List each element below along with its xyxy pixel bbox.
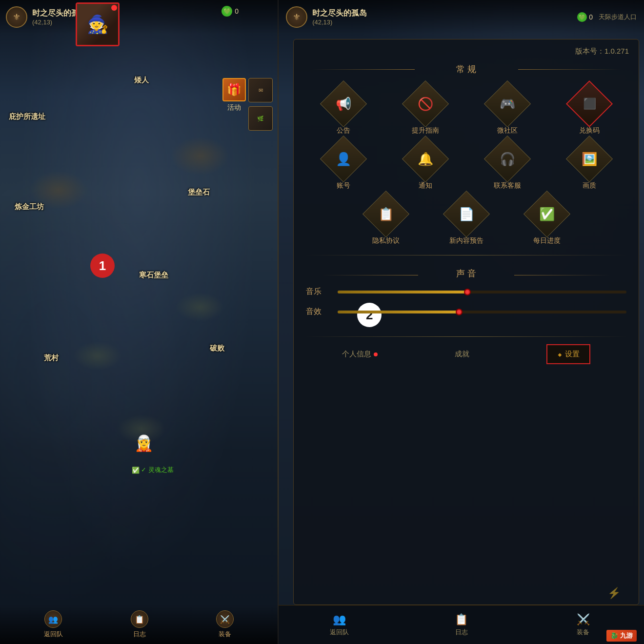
redeem-icon-box: ⬛	[565, 80, 612, 127]
music-fill	[338, 291, 467, 293]
bottom-tab-return[interactable]: 👥 返回队	[279, 605, 401, 644]
settings-preview[interactable]: 📄 新内容预告	[430, 197, 503, 245]
nav-equip-left[interactable]: ⚔️ 装备	[216, 610, 234, 639]
effect-fill	[338, 311, 459, 313]
location-cold-fortress: 寒石堡垒	[139, 271, 168, 280]
location-info-right: ⚜ 时之尽头的孤岛 (42,13)	[286, 6, 570, 28]
support-icon-box: 🎧	[483, 136, 530, 182]
settings-support[interactable]: 🎧 联系客服	[470, 142, 544, 190]
guide-icon: 🚫	[418, 97, 433, 112]
bottom-tab-log-label: 日志	[455, 628, 468, 637]
right-currency: 💚 0 天际步道人口	[577, 12, 637, 22]
notify-label: 通知	[419, 181, 432, 190]
activity-button[interactable]: 🎁 活动	[222, 78, 246, 112]
redeem-label: 兑换码	[579, 126, 600, 135]
left-panel: ⚜ 时之尽头的孤岛 (42,13) 🧙 💚 0 庇护所遗址 炼金工坊 堡垒石 寒…	[0, 0, 278, 644]
effect-slider-row: 音效	[306, 307, 626, 317]
settings-daily[interactable]: ✅ 每日进度	[510, 197, 584, 245]
settings-redeem[interactable]: ⬛ 兑换码	[552, 87, 626, 135]
settings-quality[interactable]: 🖼️ 画质	[552, 142, 626, 190]
music-thumb[interactable]	[464, 289, 471, 295]
settings-community[interactable]: 🎮 微社区	[470, 87, 544, 135]
redeem-icon: ⬛	[583, 98, 596, 110]
avatar-notification-dot	[111, 5, 117, 11]
announcement-label: 公告	[337, 126, 350, 135]
step-marker-1: 1	[90, 254, 115, 278]
sound-section: 声 音 音乐 音效	[294, 258, 639, 334]
quest-checkmark: ✅	[132, 467, 140, 474]
privacy-label: 隐私协议	[372, 236, 400, 245]
effect-thumb[interactable]	[456, 309, 463, 315]
settings-tab-label: 设置	[565, 350, 580, 359]
side-btn-1[interactable]: ✉	[248, 78, 273, 102]
effect-label: 音效	[306, 307, 330, 317]
section-divider-bottom	[303, 336, 629, 337]
music-slider[interactable]	[338, 291, 626, 293]
privacy-icon-box: 📋	[362, 191, 409, 237]
quest-marker: ✅ ✓ 灵魂之墓	[132, 466, 174, 474]
gem-currency: 💚 0	[221, 6, 239, 17]
guide-label: 提升指南	[412, 126, 439, 135]
community-icon: 🎮	[500, 97, 515, 112]
achievement-tab[interactable]: 成就	[455, 350, 469, 359]
settings-tab-deco: ⬥	[557, 349, 563, 359]
bottom-tab-log-icon: 📋	[455, 613, 468, 626]
community-label: 微社区	[497, 126, 518, 135]
location-dwarf: 矮人	[134, 76, 149, 85]
support-label: 联系客服	[494, 181, 521, 190]
right-gem-display: 💚 0	[577, 12, 593, 22]
nav-log-label: 日志	[133, 630, 146, 639]
bottom-nav-tabs: 👥 返回队 📋 日志 ⚔️ 装备	[279, 605, 644, 644]
player-character: 🧝	[134, 434, 154, 452]
location-icon-left: ⚜	[6, 6, 27, 28]
side-btn-2-icon: 🌿	[257, 116, 264, 122]
quality-icon-box: 🖼️	[565, 136, 612, 182]
bottom-tab-log[interactable]: 📋 日志	[401, 605, 523, 644]
nav-log-left[interactable]: 📋 日志	[131, 610, 148, 639]
settings-guide[interactable]: 🚫 提升指南	[388, 87, 463, 135]
personal-info-tab[interactable]: 个人信息	[342, 350, 378, 359]
settings-grid-row1: 📢 公告 🚫 提升指南 🎮 微社区 ⬛ 兑换码	[294, 80, 639, 142]
character-avatar[interactable]: 🧙	[76, 2, 120, 46]
side-btn-2[interactable]: 🌿	[248, 106, 273, 131]
location-ruin: 破败	[210, 344, 224, 353]
settings-notify[interactable]: 🔔 通知	[388, 142, 463, 190]
personal-bar: 个人信息 成就 ⬥ 设置	[294, 339, 639, 369]
location-icon-right: ⚜	[286, 6, 307, 28]
side-ui-buttons: ✉ 🌿	[248, 78, 273, 131]
section-general-title: 常 规	[294, 59, 639, 80]
watermark-icon: ⚡	[607, 585, 637, 600]
personal-dot	[374, 352, 378, 356]
effect-slider[interactable]	[338, 311, 626, 313]
quality-label: 画质	[583, 181, 596, 190]
gem-icon: 💚	[221, 6, 232, 17]
location-wasteland: 荒村	[44, 353, 59, 363]
location-shelter: 庇护所遗址	[9, 112, 45, 121]
watermark: ⚡	[607, 585, 637, 603]
svg-text:⚡: ⚡	[607, 586, 621, 600]
community-icon-box: 🎮	[483, 80, 530, 127]
settings-panel: 版本号：1.0.271 常 规 📢 公告 🚫 提升指南 🎮 微社区	[293, 39, 639, 605]
settings-tab[interactable]: ⬥ 设置	[546, 344, 590, 364]
nav-log-icon: 📋	[131, 610, 148, 628]
music-label: 音乐	[306, 287, 330, 297]
settings-announcement[interactable]: 📢 公告	[306, 87, 381, 135]
announcement-icon-box: 📢	[320, 80, 367, 127]
settings-privacy[interactable]: 📋 隐私协议	[349, 197, 423, 245]
preview-icon-box: 📄	[443, 191, 489, 237]
announcement-icon: 📢	[336, 97, 351, 112]
support-icon: 🎧	[500, 152, 515, 167]
account-icon-box: 👤	[320, 136, 367, 182]
far-location-label: 天际步道人口	[599, 13, 637, 21]
settings-account[interactable]: 👤 账号	[306, 142, 381, 190]
nav-return-left[interactable]: 👥 返回队	[44, 610, 63, 639]
account-label: 账号	[337, 181, 350, 190]
preview-icon: 📄	[459, 207, 474, 222]
jiuyou-text: 🐉 九游	[610, 632, 633, 639]
guide-icon-box: 🚫	[402, 80, 448, 127]
nav-return-icon: 👥	[44, 610, 62, 628]
location-info-left: ⚜ 时之尽头的孤岛 (42,13)	[6, 6, 87, 28]
terrain-ruins-2	[176, 293, 224, 322]
right-gem-value: 0	[589, 13, 593, 21]
bottom-tab-return-icon: 👥	[333, 613, 346, 626]
